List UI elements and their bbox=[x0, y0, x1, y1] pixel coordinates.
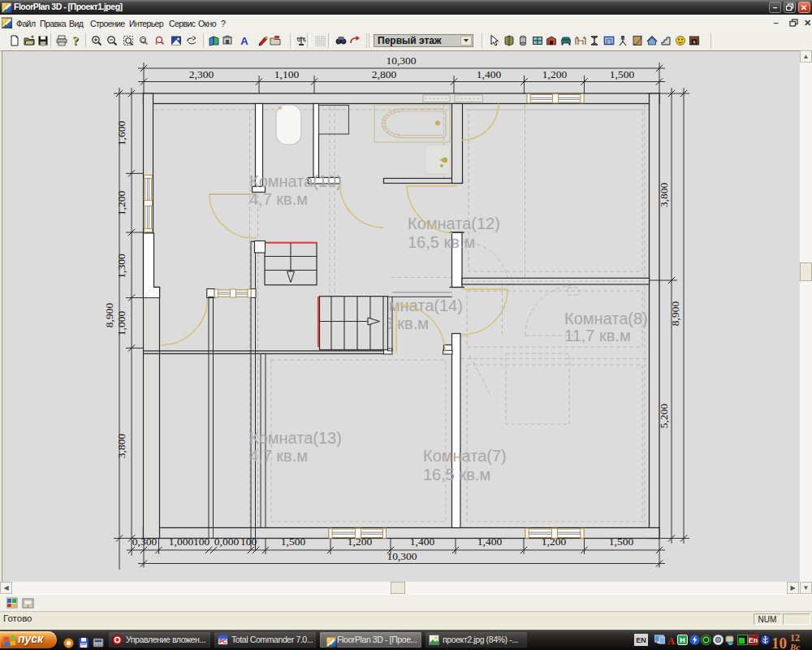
svg-text:EN: EN bbox=[636, 636, 646, 644]
svg-text:3,800: 3,800 bbox=[115, 434, 127, 459]
svg-text:1,500: 1,500 bbox=[281, 535, 306, 548]
svg-text:Комната(10): Комната(10) bbox=[249, 172, 342, 190]
svg-text:1,600: 1,600 bbox=[115, 121, 127, 146]
svg-text:?: ? bbox=[72, 35, 79, 46]
svg-text:H: H bbox=[680, 636, 685, 644]
svg-text:1,000: 1,000 bbox=[115, 311, 127, 336]
svg-text:4,7 кв.м: 4,7 кв.м bbox=[249, 447, 308, 465]
svg-text:Комната(8): Комната(8) bbox=[564, 310, 648, 327]
svg-text:100: 100 bbox=[240, 535, 257, 548]
svg-text:1,000: 1,000 bbox=[169, 535, 194, 548]
svg-text:3,800: 3,800 bbox=[658, 183, 670, 208]
svg-text:0,000: 0,000 bbox=[214, 535, 240, 548]
svg-text:8,900: 8,900 bbox=[669, 301, 681, 327]
svg-text:8,900: 8,900 bbox=[103, 303, 115, 328]
svg-text:Q: Q bbox=[140, 37, 145, 44]
svg-text:2,300: 2,300 bbox=[189, 68, 214, 80]
svg-text:1,200: 1,200 bbox=[542, 535, 567, 548]
svg-text:PC: PC bbox=[219, 639, 227, 644]
svg-text:5,200: 5,200 bbox=[658, 404, 670, 429]
svg-text:100: 100 bbox=[193, 535, 210, 548]
svg-text:1,100: 1,100 bbox=[274, 68, 300, 80]
svg-text:4,7 кв.м: 4,7 кв.м bbox=[249, 190, 308, 208]
svg-text:16,5 кв.м: 16,5 кв.м bbox=[423, 466, 490, 483]
svg-text:En: En bbox=[749, 636, 758, 644]
svg-text:A: A bbox=[667, 635, 675, 646]
svg-text:11,7 кв.м: 11,7 кв.м bbox=[564, 327, 631, 344]
svg-text:1,400: 1,400 bbox=[410, 535, 435, 548]
svg-text:1,200: 1,200 bbox=[348, 535, 373, 548]
svg-text:Комната(12): Комната(12) bbox=[408, 214, 500, 232]
svg-text:0,300: 0,300 bbox=[132, 535, 158, 548]
svg-text:Комната(13): Комната(13) bbox=[249, 429, 342, 447]
svg-text:1,400: 1,400 bbox=[477, 535, 503, 548]
svg-text:2,800: 2,800 bbox=[372, 68, 397, 80]
svg-text:1,500: 1,500 bbox=[609, 535, 634, 548]
svg-text:16,5 кв.м: 16,5 кв.м bbox=[408, 233, 475, 251]
svg-text:1,400: 1,400 bbox=[477, 68, 502, 80]
svg-text:10,300: 10,300 bbox=[386, 54, 416, 67]
svg-text:1,300: 1,300 bbox=[115, 254, 127, 279]
svg-text:10,300: 10,300 bbox=[387, 550, 417, 562]
svg-text:A: A bbox=[240, 35, 248, 46]
svg-text:1,200: 1,200 bbox=[542, 68, 568, 80]
svg-text:1,200: 1,200 bbox=[115, 191, 127, 216]
svg-text:Комната(7): Комната(7) bbox=[423, 447, 507, 465]
svg-text:1,500: 1,500 bbox=[610, 68, 635, 80]
